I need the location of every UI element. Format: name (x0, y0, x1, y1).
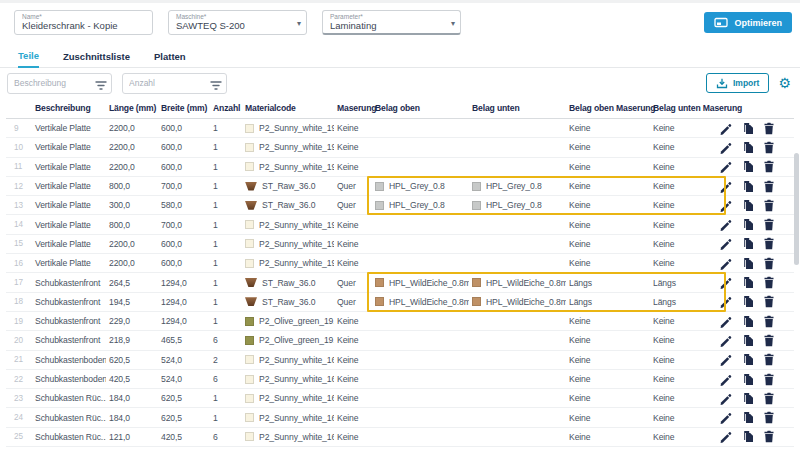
edit-pencil-icon[interactable] (719, 160, 732, 173)
table-row[interactable]: 12 Vertikale Platte 800,0 700,0 1 ST_Raw… (6, 177, 794, 196)
machine-select[interactable]: Maschine* SAWTEQ S-200 ▾ (168, 10, 307, 35)
delete-trash-icon[interactable] (763, 218, 775, 231)
cell-belag-oben-maserung: Keine (566, 374, 650, 384)
column-header-belag-unten[interactable]: Belag unten (469, 103, 566, 113)
delete-trash-icon[interactable] (763, 373, 775, 386)
table-row[interactable]: 16 Vertikale Platte 2200,0 600,0 1 P2_Su… (6, 254, 794, 273)
table-row[interactable]: 13 Vertikale Platte 300,0 580,0 1 ST_Raw… (6, 196, 794, 215)
column-header-beschreibung[interactable]: Beschreibung (32, 103, 106, 113)
parameter-select[interactable]: Parameter* Laminating ▾ (322, 10, 461, 35)
delete-trash-icon[interactable] (763, 160, 775, 173)
tab-teile[interactable]: Teile (18, 50, 39, 68)
delete-trash-icon[interactable] (763, 141, 775, 154)
column-header-belag-oben[interactable]: Belag oben (372, 103, 469, 113)
name-field[interactable]: Name* Kleiderschrank - Kopie (14, 10, 153, 35)
edit-pencil-icon[interactable] (719, 276, 732, 289)
filter-icon[interactable] (95, 77, 107, 95)
edit-pencil-icon[interactable] (719, 237, 732, 250)
duplicate-copy-icon[interactable] (741, 218, 754, 231)
duplicate-copy-icon[interactable] (741, 180, 754, 193)
table-row[interactable]: 18 Schubkastenfront 194,5 1294,0 1 ST_Ra… (6, 293, 794, 312)
tab-zuschnittsliste[interactable]: Zuschnittsliste (63, 51, 130, 67)
table-row[interactable]: 15 Vertikale Platte 2200,0 600,0 1 P2_Su… (6, 235, 794, 254)
edit-pencil-icon[interactable] (719, 353, 732, 366)
edit-pencil-icon[interactable] (719, 373, 732, 386)
duplicate-copy-icon[interactable] (741, 315, 754, 328)
duplicate-copy-icon[interactable] (741, 430, 754, 443)
delete-trash-icon[interactable] (763, 122, 775, 135)
cell-breite: 1294,0 (158, 297, 210, 307)
table-row[interactable]: 14 Vertikale Platte 800,0 700,0 1 P2_Sun… (6, 215, 794, 234)
duplicate-copy-icon[interactable] (741, 257, 754, 270)
duplicate-copy-icon[interactable] (741, 141, 754, 154)
delete-trash-icon[interactable] (763, 430, 775, 443)
edit-pencil-icon[interactable] (719, 180, 732, 193)
table-row[interactable]: 19 Schubkastenfront 229,0 1294,0 1 P2_Ol… (6, 312, 794, 331)
duplicate-copy-icon[interactable] (741, 122, 754, 135)
delete-trash-icon[interactable] (763, 295, 775, 308)
delete-trash-icon[interactable] (763, 392, 775, 405)
gear-icon[interactable]: ⚙ (776, 76, 793, 90)
tab-platten[interactable]: Platten (154, 51, 186, 67)
delete-trash-icon[interactable] (763, 334, 775, 347)
table-row[interactable]: 21 Schubkastenboden 620,5 524,0 2 P2_Sun… (6, 351, 794, 370)
duplicate-copy-icon[interactable] (741, 373, 754, 386)
column-header-materialcode[interactable]: Materialcode (242, 103, 334, 113)
delete-trash-icon[interactable] (763, 237, 775, 250)
column-header-maserung[interactable]: Maserung (334, 103, 372, 113)
delete-trash-icon[interactable] (763, 411, 775, 424)
cell-maserung: Keine (334, 393, 372, 403)
column-header-anzahl[interactable]: Anzahl (210, 103, 242, 113)
column-header-breite[interactable]: Breite (mm) (158, 103, 210, 113)
cell-maserung: Quer (334, 278, 372, 288)
edit-pencil-icon[interactable] (719, 199, 732, 212)
table-row[interactable]: 25 Schubkasten Rüc... 121,0 420,5 6 P2_S… (6, 428, 794, 447)
material-swatch-icon (245, 143, 254, 152)
edit-pencil-icon[interactable] (719, 315, 732, 328)
column-header-laenge[interactable]: Länge (mm) (106, 103, 158, 113)
table-row[interactable]: 17 Schubkastenfront 264,5 1294,0 1 ST_Ra… (6, 273, 794, 292)
edit-pencil-icon[interactable] (719, 392, 732, 405)
belag-oben-name: HPL_Grey_0.8 (389, 181, 445, 191)
edit-pencil-icon[interactable] (719, 257, 732, 270)
column-header-belag-unten-maserung[interactable]: Belag unten Maserung (650, 103, 728, 113)
edit-pencil-icon[interactable] (719, 430, 732, 443)
duplicate-copy-icon[interactable] (741, 392, 754, 405)
material-name: P2_Sunny_white_16.0 (259, 413, 334, 423)
vertical-scrollbar[interactable] (794, 153, 799, 265)
row-number: 21 (6, 355, 32, 364)
duplicate-copy-icon[interactable] (741, 353, 754, 366)
table-row[interactable]: 24 Schubkasten Rüc... 184,0 620,5 1 P2_S… (6, 408, 794, 427)
duplicate-copy-icon[interactable] (741, 199, 754, 212)
delete-trash-icon[interactable] (763, 199, 775, 212)
filter-icon[interactable] (210, 77, 222, 95)
delete-trash-icon[interactable] (763, 257, 775, 270)
duplicate-copy-icon[interactable] (741, 160, 754, 173)
edit-pencil-icon[interactable] (719, 334, 732, 347)
duplicate-copy-icon[interactable] (741, 334, 754, 347)
duplicate-copy-icon[interactable] (741, 295, 754, 308)
edit-pencil-icon[interactable] (719, 295, 732, 308)
delete-trash-icon[interactable] (763, 315, 775, 328)
delete-trash-icon[interactable] (763, 353, 775, 366)
duplicate-copy-icon[interactable] (741, 411, 754, 424)
duplicate-copy-icon[interactable] (741, 276, 754, 289)
cell-belag-oben-maserung: Keine (566, 142, 650, 152)
delete-trash-icon[interactable] (763, 180, 775, 193)
chevron-down-icon: ▾ (451, 19, 455, 28)
table-row[interactable]: 10 Vertikale Platte 2200,0 600,0 1 P2_Su… (6, 138, 794, 157)
edit-pencil-icon[interactable] (719, 122, 732, 135)
duplicate-copy-icon[interactable] (741, 237, 754, 250)
table-row[interactable]: 22 Schubkastenboden 420,5 524,0 6 P2_Sun… (6, 370, 794, 389)
edit-pencil-icon[interactable] (719, 141, 732, 154)
import-button[interactable]: Import (706, 73, 769, 93)
optimize-button[interactable]: Optimieren (704, 12, 792, 33)
table-row[interactable]: 23 Schubkasten Rüc... 184,0 620,5 1 P2_S… (6, 389, 794, 408)
table-row[interactable]: 9 Vertikale Platte 2200,0 600,0 1 P2_Sun… (6, 119, 794, 138)
table-row[interactable]: 20 Schubkastenfront 218,9 465,5 6 P2_Oli… (6, 331, 794, 350)
table-row[interactable]: 11 Vertikale Platte 2200,0 600,0 1 P2_Su… (6, 158, 794, 177)
column-header-belag-oben-maserung[interactable]: Belag oben Maserung (566, 103, 650, 113)
delete-trash-icon[interactable] (763, 276, 775, 289)
edit-pencil-icon[interactable] (719, 411, 732, 424)
edit-pencil-icon[interactable] (719, 218, 732, 231)
